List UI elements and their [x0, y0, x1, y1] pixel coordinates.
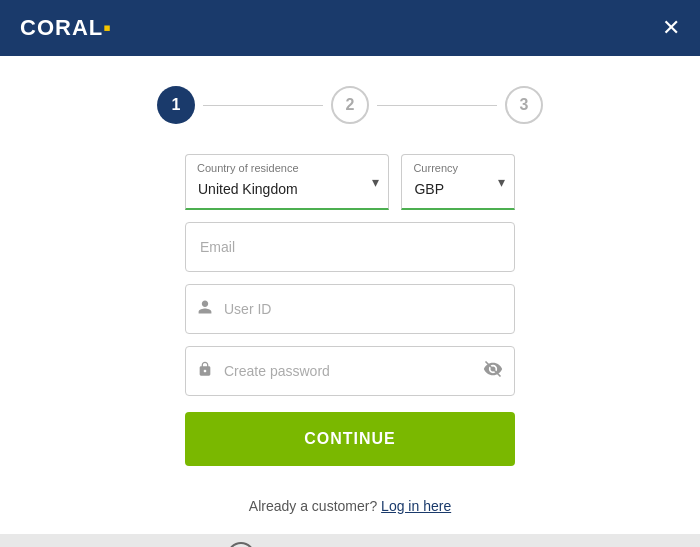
password-group [185, 346, 515, 396]
age-badge: 18+ [227, 542, 255, 547]
already-customer-text: Already a customer? Log in here [185, 498, 515, 514]
content-area: 1 2 3 Country of residence United Kingdo… [0, 56, 700, 534]
footer-left: Help & Contact | Safer Gambling 18+ [30, 542, 255, 547]
step-2: 2 [331, 86, 369, 124]
userid-field[interactable] [185, 284, 515, 334]
continue-button[interactable]: CONTINUE [185, 412, 515, 466]
country-currency-row: Country of residence United Kingdom Unit… [185, 154, 515, 210]
header: CORAL▪ ✕ [0, 0, 700, 56]
email-group [185, 222, 515, 272]
country-label: Country of residence [197, 162, 299, 174]
step-1: 1 [157, 86, 195, 124]
registration-form: Country of residence United Kingdom Unit… [185, 154, 515, 514]
currency-group: Currency GBP USD EUR ▾ [401, 154, 515, 210]
country-group: Country of residence United Kingdom Unit… [185, 154, 389, 210]
step-line-1 [203, 105, 323, 106]
user-icon [197, 299, 213, 319]
footer: Help & Contact | Safer Gambling 18+ Copy… [0, 534, 700, 547]
close-button[interactable]: ✕ [662, 17, 680, 39]
password-field[interactable] [185, 346, 515, 396]
email-field[interactable] [185, 222, 515, 272]
currency-label: Currency [413, 162, 458, 174]
userid-group [185, 284, 515, 334]
toggle-password-icon[interactable] [483, 359, 503, 383]
login-link[interactable]: Log in here [381, 498, 451, 514]
logo-dot: ▪ [103, 15, 112, 40]
lock-icon [197, 361, 213, 381]
stepper: 1 2 3 [157, 86, 543, 124]
logo: CORAL▪ [20, 15, 112, 41]
step-line-2 [377, 105, 497, 106]
modal-container: CORAL▪ ✕ 1 2 3 Country of residence [0, 0, 700, 547]
logo-text: CORAL [20, 15, 103, 40]
step-3: 3 [505, 86, 543, 124]
